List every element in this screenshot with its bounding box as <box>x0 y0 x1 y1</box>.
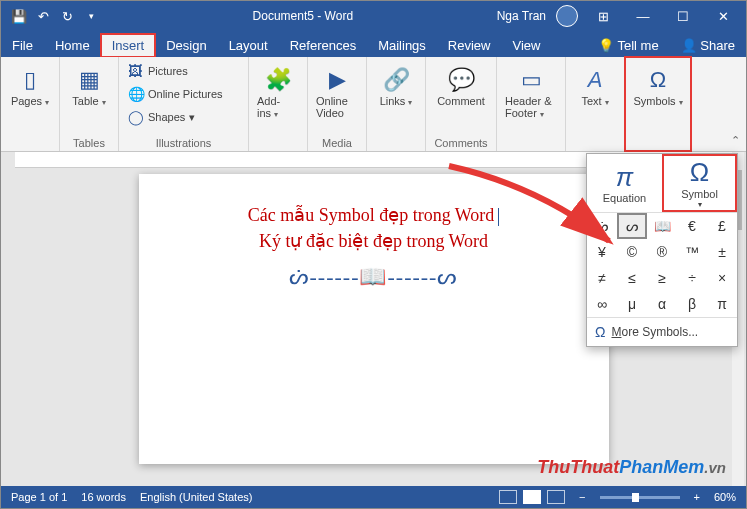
table-icon: ▦ <box>79 65 100 95</box>
document-line-2: Ký tự đặc biệt đẹp trong Word <box>179 230 569 252</box>
tab-references[interactable]: References <box>279 34 367 57</box>
symbol-cell[interactable]: ¥ <box>587 239 617 265</box>
minimize-icon[interactable]: — <box>628 9 658 24</box>
document-decoration: ᔖ------📖------ᔕ <box>179 264 569 290</box>
pictures-icon: 🖼 <box>128 63 144 79</box>
symbol-cell[interactable]: ® <box>647 239 677 265</box>
document-title: Document5 - Word <box>109 9 497 23</box>
quick-access-toolbar: 💾 ↶ ↻ ▾ <box>1 8 109 24</box>
redo-icon[interactable]: ↻ <box>59 8 75 24</box>
symbol-cell[interactable]: ± <box>707 239 737 265</box>
zoom-in-button[interactable]: + <box>694 491 700 503</box>
title-bar: 💾 ↶ ↻ ▾ Document5 - Word Nga Tran ⊞ — ☐ … <box>1 1 746 31</box>
symbols-button[interactable]: ΩSymbols <box>631 61 685 112</box>
tables-label: Tables <box>66 135 112 149</box>
language-indicator[interactable]: English (United States) <box>140 491 253 503</box>
view-buttons <box>499 490 565 504</box>
symbol-cell[interactable]: ᔖ <box>587 213 617 239</box>
tab-review[interactable]: Review <box>437 34 502 57</box>
pages-icon: ▯ <box>24 65 36 95</box>
watermark: ThuThuatPhanMem.vn <box>537 457 726 478</box>
user-avatar[interactable] <box>556 5 578 27</box>
pi-icon: π <box>616 162 633 192</box>
symbol-cell[interactable]: € <box>677 213 707 239</box>
zoom-out-button[interactable]: − <box>579 491 585 503</box>
tab-mailings[interactable]: Mailings <box>367 34 437 57</box>
tab-home[interactable]: Home <box>44 34 101 57</box>
links-button[interactable]: 🔗Links <box>373 61 419 112</box>
undo-icon[interactable]: ↶ <box>35 8 51 24</box>
group-pages: ▯ Pages <box>1 57 60 151</box>
comment-button[interactable]: 💬Comment <box>432 61 490 111</box>
ribbon-tabs: File Home Insert Design Layout Reference… <box>1 31 746 57</box>
group-media: ▶Online Video Media <box>308 57 367 151</box>
maximize-icon[interactable]: ☐ <box>668 9 698 24</box>
shapes-button[interactable]: ◯Shapes ▾ <box>125 107 198 127</box>
table-button[interactable]: ▦ Table <box>66 61 112 112</box>
online-pictures-icon: 🌐 <box>128 86 144 102</box>
ribbon-options-icon[interactable]: ⊞ <box>588 9 618 24</box>
web-layout-icon[interactable] <box>547 490 565 504</box>
pages-button[interactable]: ▯ Pages <box>7 61 53 112</box>
symbol-cell[interactable]: μ <box>617 291 647 317</box>
ribbon: ▯ Pages ▦ Table Tables 🖼Pictures 🌐Online… <box>1 57 746 152</box>
symbol-cell[interactable]: ≥ <box>647 265 677 291</box>
close-icon[interactable]: ✕ <box>708 9 738 24</box>
symbol-cell[interactable]: £ <box>707 213 737 239</box>
user-name: Nga Tran <box>497 9 546 23</box>
online-video-button[interactable]: ▶Online Video <box>314 61 360 123</box>
omega-icon: Ω <box>690 158 709 188</box>
illustrations-label: Illustrations <box>125 135 242 149</box>
qat-dropdown-icon[interactable]: ▾ <box>83 8 99 24</box>
zoom-slider[interactable] <box>600 496 680 499</box>
symbol-cell[interactable]: © <box>617 239 647 265</box>
symbol-cell[interactable]: ≠ <box>587 265 617 291</box>
pictures-button[interactable]: 🖼Pictures <box>125 61 191 81</box>
symbol-button[interactable]: Ω Symbol▾ <box>662 154 737 212</box>
comment-icon: 💬 <box>448 65 475 95</box>
symbol-cell[interactable]: ÷ <box>677 265 707 291</box>
link-icon: 🔗 <box>383 65 410 95</box>
tab-file[interactable]: File <box>1 34 44 57</box>
print-layout-icon[interactable] <box>523 490 541 504</box>
shapes-icon: ◯ <box>128 109 144 125</box>
save-icon[interactable]: 💾 <box>11 8 27 24</box>
tab-insert[interactable]: Insert <box>101 34 156 57</box>
status-bar: Page 1 of 1 16 words English (United Sta… <box>1 486 746 508</box>
symbol-cell[interactable]: β <box>677 291 707 317</box>
symbol-grid: ᔖᔕ📖€£¥©®™±≠≤≥÷×∞μαβπ <box>587 212 737 317</box>
symbol-cell[interactable]: ∞ <box>587 291 617 317</box>
tab-layout[interactable]: Layout <box>218 34 279 57</box>
tab-design[interactable]: Design <box>155 34 217 57</box>
header-footer-button[interactable]: ▭Header & Footer <box>503 61 559 124</box>
more-symbols-button[interactable]: Ω More Symbols... <box>587 317 737 346</box>
symbol-cell[interactable]: ™ <box>677 239 707 265</box>
read-mode-icon[interactable] <box>499 490 517 504</box>
page-indicator[interactable]: Page 1 of 1 <box>11 491 67 503</box>
online-pictures-button[interactable]: 🌐Online Pictures <box>125 84 226 104</box>
group-illustrations: 🖼Pictures 🌐Online Pictures ◯Shapes ▾ Ill… <box>119 57 249 151</box>
equation-button[interactable]: π Equation <box>587 154 662 212</box>
symbol-cell[interactable]: π <box>707 291 737 317</box>
document-line-1: Các mẫu Symbol đẹp trong Word <box>179 204 569 226</box>
tab-tellme[interactable]: 💡 Tell me <box>587 34 670 57</box>
symbol-cell[interactable]: × <box>707 265 737 291</box>
symbol-cell[interactable]: ≤ <box>617 265 647 291</box>
group-comments: 💬Comment Comments <box>426 57 497 151</box>
video-icon: ▶ <box>329 65 346 95</box>
tab-view[interactable]: View <box>501 34 551 57</box>
group-header-footer: ▭Header & Footer <box>497 57 566 151</box>
collapse-ribbon-icon[interactable]: ⌃ <box>731 134 740 147</box>
zoom-level[interactable]: 60% <box>714 491 736 503</box>
comments-label: Comments <box>432 135 490 149</box>
tab-share[interactable]: 👤 Share <box>670 34 746 57</box>
word-count[interactable]: 16 words <box>81 491 126 503</box>
symbol-cell[interactable]: α <box>647 291 677 317</box>
document-page[interactable]: Các mẫu Symbol đẹp trong Word Ký tự đặc … <box>139 174 609 464</box>
symbol-dropdown-panel: π Equation Ω Symbol▾ ᔖᔕ📖€£¥©®™±≠≤≥÷×∞μαβ… <box>586 153 738 347</box>
symbol-cell[interactable]: 📖 <box>647 213 677 239</box>
group-addins: 🧩Add-ins <box>249 57 308 151</box>
addins-button[interactable]: 🧩Add-ins <box>255 61 301 124</box>
text-button[interactable]: AText <box>572 61 618 112</box>
symbol-cell[interactable]: ᔕ <box>617 213 647 239</box>
